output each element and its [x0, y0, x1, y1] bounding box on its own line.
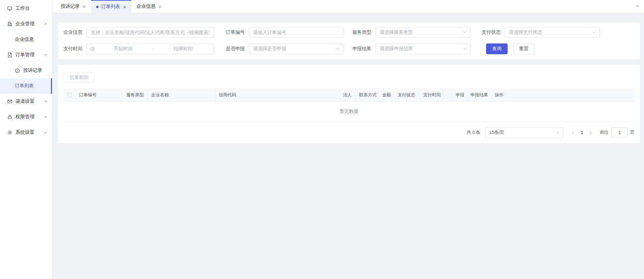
filter-service-type: 服务类型 请选择服务类型	[352, 27, 471, 38]
tab-bar: 投诉记录 × 订单列表 × 企业信息 ×	[52, 0, 644, 13]
sidebar-item-label: 企业信息	[15, 36, 34, 42]
monitor-icon	[7, 6, 12, 11]
tab-enterprise-info[interactable]: 企业信息 ×	[132, 0, 167, 13]
sidebar: 工作台 企业管理 企业信息 订单管理	[0, 0, 52, 279]
chevron-down-icon	[463, 47, 467, 51]
tabs-dropdown-button[interactable]	[635, 0, 640, 13]
sidebar-item-enterprise-info[interactable]: 企业信息	[0, 32, 52, 47]
sidebar-item-label: 企业管理	[16, 21, 34, 27]
warning-circle-icon	[15, 68, 20, 73]
tab-label: 订单列表	[101, 4, 120, 10]
reset-button[interactable]: 重置	[513, 43, 535, 54]
company-input[interactable]	[86, 27, 214, 38]
filter-order-no: 订单编号	[226, 27, 343, 38]
pagination-total: 共 0 条	[467, 129, 480, 135]
order-no-label: 订单编号	[226, 29, 245, 35]
pay-time-range-picker[interactable]: 开始时间 - 结束时间	[86, 43, 214, 54]
page-content: 企业信息 订单编号 服务类型 请选择服务类型	[52, 13, 644, 279]
goto-page-input[interactable]	[611, 127, 627, 137]
filter-pay-status: 支付状态 请选择支付状态	[482, 27, 600, 38]
select-placeholder: 请选择是否申报	[253, 46, 286, 52]
sidebar-item-order-mgmt[interactable]: 订单管理	[0, 47, 52, 63]
tab-label: 企业信息	[137, 3, 156, 9]
prev-page-button[interactable]	[569, 130, 578, 134]
tab-order-list[interactable]: 订单列表 ×	[91, 0, 131, 13]
filter-pay-time: 支付时间 开始时间 - 结束时间	[63, 43, 214, 54]
sidebar-item-permission-mgmt[interactable]: 权限管理	[0, 109, 52, 125]
order-no-input[interactable]	[249, 27, 343, 38]
column-header-order-no: 订单编号	[76, 89, 123, 101]
sidebar-item-label: 订单管理	[16, 52, 34, 58]
app-root: 工作台 企业管理 企业信息 订单管理	[0, 0, 644, 279]
sidebar-item-system-settings[interactable]: 系统设置	[0, 125, 52, 140]
document-icon	[7, 52, 12, 58]
table-header-checkbox-cell	[63, 89, 76, 101]
page-number-1[interactable]: 1	[578, 130, 586, 135]
column-header-declared: 申报	[452, 89, 467, 101]
pagination: 共 0 条 15条/页 1 前往	[63, 122, 635, 143]
filter-row-1: 企业信息 订单编号 服务类型 请选择服务类型	[63, 27, 635, 38]
company-label: 企业信息	[63, 29, 82, 35]
close-icon[interactable]: ×	[159, 4, 162, 9]
filter-declared: 是否申报 请选择是否申报	[226, 43, 343, 54]
close-icon[interactable]: ×	[123, 4, 126, 9]
page-unit-label: 页	[630, 129, 635, 135]
column-header-service-type: 服务类型	[123, 89, 148, 101]
close-icon[interactable]: ×	[83, 4, 86, 9]
chevron-down-icon	[336, 47, 340, 51]
gear-icon	[7, 130, 12, 135]
page-size-select[interactable]: 15条/页	[485, 127, 563, 138]
chevron-down-icon	[44, 130, 48, 134]
sidebar-item-label: 订单列表	[15, 83, 34, 89]
lock-icon	[7, 114, 12, 120]
sidebar-item-enterprise-mgmt[interactable]: 企业管理	[0, 16, 52, 32]
select-all-checkbox[interactable]	[67, 93, 72, 97]
sidebar-item-label: 工作台	[16, 5, 30, 11]
select-placeholder: 请选择支付状态	[509, 29, 542, 35]
filter-company: 企业信息	[63, 27, 214, 38]
sidebar-item-label: 权限管理	[16, 114, 34, 120]
chevron-up-icon	[44, 53, 48, 57]
declare-result-select[interactable]: 请选择申报结果	[375, 43, 471, 54]
table-header: 订单编号 服务类型 企业名称 信用代码 法人 联系方式 金额 支付状态 支付时间…	[63, 89, 635, 101]
sidebar-item-label: 渠道设置	[16, 98, 34, 104]
search-button[interactable]: 查询	[486, 43, 508, 54]
declared-select[interactable]: 请选择是否申报	[249, 43, 343, 54]
sidebar-item-order-list[interactable]: 订单列表	[0, 78, 52, 94]
column-header-credit-code: 信用代码	[215, 89, 340, 101]
building-icon	[7, 21, 12, 27]
pay-status-select[interactable]: 请选择支付状态	[505, 27, 600, 38]
pay-time-label: 支付时间	[63, 46, 82, 52]
page-size-value: 15条/页	[489, 129, 504, 135]
batch-delete-button[interactable]: 批量删除	[63, 72, 95, 83]
declared-label: 是否申报	[226, 46, 245, 52]
sidebar-item-workbench[interactable]: 工作台	[0, 1, 52, 16]
filter-row-2: 支付时间 开始时间 - 结束时间 是否申报 请选	[63, 43, 635, 54]
table-empty-state: 暂无数据	[63, 101, 635, 122]
sidebar-item-channel-settings[interactable]: 渠道设置	[0, 94, 52, 109]
end-time-placeholder: 结束时间	[156, 46, 210, 52]
sidebar-item-label: 投诉记录	[23, 67, 42, 73]
column-header-company-name: 企业名称	[148, 89, 215, 101]
select-placeholder: 请选择申报结果	[380, 46, 413, 52]
goto-label: 前往	[600, 129, 609, 135]
column-header-actions: 操作	[491, 89, 635, 101]
column-header-amount: 金额	[379, 89, 394, 101]
main-area: 投诉记录 × 订单列表 × 企业信息 ×	[52, 0, 644, 279]
start-time-placeholder: 开始时间	[96, 46, 151, 52]
chevron-down-icon	[635, 4, 640, 9]
chevron-down-icon	[556, 130, 560, 134]
select-placeholder: 请选择服务类型	[380, 29, 413, 35]
sidebar-item-complaint-records[interactable]: 投诉记录	[0, 63, 52, 78]
mail-icon	[7, 99, 12, 104]
filter-declare-result: 申报结果 请选择申报结果	[352, 43, 471, 54]
chevron-up-icon	[44, 22, 48, 26]
service-type-select[interactable]: 请选择服务类型	[375, 27, 471, 38]
clock-icon	[90, 46, 95, 51]
tab-complaint-records[interactable]: 投诉记录 ×	[56, 0, 91, 13]
active-dot	[96, 6, 99, 8]
column-header-pay-status: 支付状态	[394, 89, 420, 101]
column-header-declare-result: 申报结果	[467, 89, 491, 101]
column-header-pay-time: 支付时间	[420, 89, 452, 101]
next-page-button[interactable]	[586, 130, 595, 134]
